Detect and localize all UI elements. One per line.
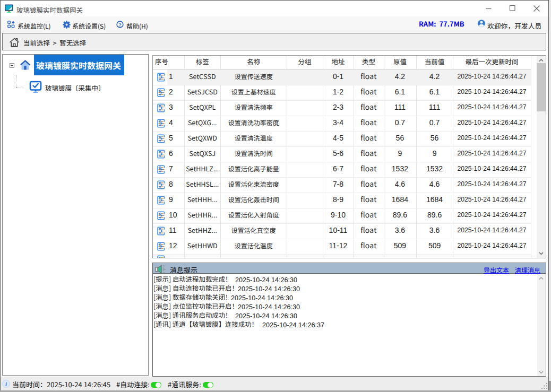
svg-text:?: ? bbox=[118, 21, 122, 28]
